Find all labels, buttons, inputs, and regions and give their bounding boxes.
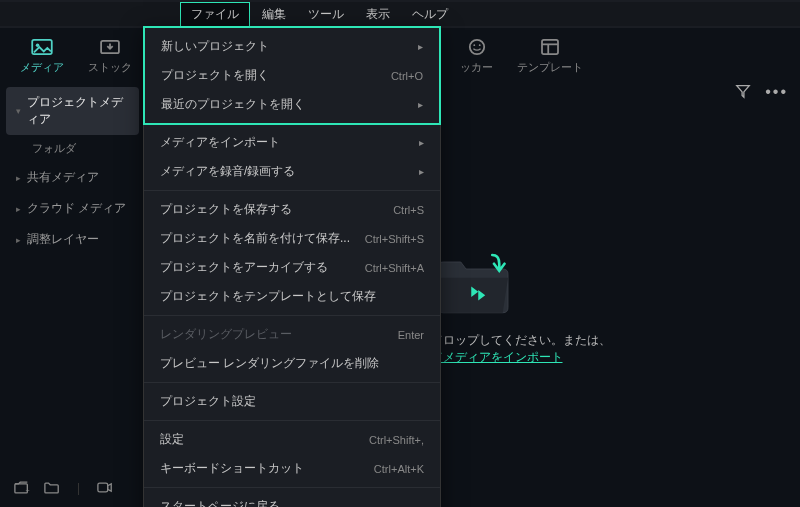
menu-item-shortcut: Ctrl+Alt+K [374, 463, 424, 475]
menu-item[interactable]: プロジェクトを保存するCtrl+S [144, 195, 440, 224]
menu-item-label: 新しいプロジェクト [161, 38, 269, 55]
menu-item-shortcut: Enter [398, 329, 424, 341]
sidebar-item-label: フォルダ [32, 142, 76, 154]
menu-item[interactable]: メディアを録音/録画する▸ [144, 157, 440, 186]
menu-item[interactable]: プレビュー レンダリングファイルを削除 [144, 349, 440, 378]
bottom-bar: + [14, 481, 113, 497]
tab-template[interactable]: テンプレート [517, 38, 583, 75]
panel-tools: ••• [735, 83, 788, 103]
tab-media[interactable]: メディア [20, 38, 64, 75]
filter-icon[interactable] [735, 83, 751, 103]
chevron-right-icon: ▸ [419, 137, 424, 148]
new-bin-icon[interactable]: + [14, 481, 30, 497]
folder-icon[interactable] [44, 481, 60, 497]
download-icon [99, 38, 121, 56]
sidebar: ▾ プロジェクトメディア フォルダ ▸ 共有メディア ▸ クラウド メディア ▸… [0, 83, 145, 500]
file-menu-dropdown: 新しいプロジェクト▸プロジェクトを開くCtrl+O最近のプロジェクトを開く▸メデ… [143, 26, 441, 507]
menu-item[interactable]: 設定Ctrl+Shift+, [144, 425, 440, 454]
menubar: ファイル 編集 ツール 表示 ヘルプ [0, 2, 800, 26]
menu-item-label: プロジェクトを保存する [160, 201, 292, 218]
menu-item[interactable]: 最近のプロジェクトを開く▸ [145, 90, 439, 119]
template-icon [539, 38, 561, 56]
chevron-down-icon: ▾ [16, 106, 21, 116]
svg-point-5 [478, 44, 480, 46]
sidebar-item-label: プロジェクトメディア [27, 94, 129, 128]
sidebar-item-label: クラウド メディア [27, 200, 126, 217]
sticker-icon [466, 38, 488, 56]
menu-item[interactable]: 新しいプロジェクト▸ [145, 32, 439, 61]
image-icon [31, 38, 53, 56]
chevron-right-icon: ▸ [16, 204, 21, 214]
menu-item[interactable]: プロジェクトを名前を付けて保存...Ctrl+Shift+S [144, 224, 440, 253]
menu-item[interactable]: メディアをインポート▸ [144, 128, 440, 157]
sidebar-item-folder[interactable]: フォルダ [6, 135, 139, 162]
svg-rect-6 [542, 40, 558, 54]
menu-file[interactable]: ファイル [180, 2, 250, 27]
sidebar-item-label: 共有メディア [27, 169, 99, 186]
menu-item-label: キーボードショートカット [160, 460, 304, 477]
tab-label: テンプレート [517, 60, 583, 75]
menu-item-label: プレビュー レンダリングファイルを削除 [160, 355, 379, 372]
menu-item-shortcut: Ctrl+S [393, 204, 424, 216]
menu-item-label: プロジェクトを名前を付けて保存... [160, 230, 350, 247]
menu-item-label: 設定 [160, 431, 184, 448]
tab-stock[interactable]: ストック [88, 38, 132, 75]
menu-item[interactable]: キーボードショートカットCtrl+Alt+K [144, 454, 440, 483]
svg-rect-11 [98, 483, 108, 492]
chevron-right-icon: ▸ [16, 235, 21, 245]
more-icon[interactable]: ••• [765, 83, 788, 103]
menu-item[interactable]: プロジェクトを開くCtrl+O [145, 61, 439, 90]
menu-item-label: プロジェクトをアーカイブする [160, 259, 328, 276]
menu-item-label: メディアをインポート [160, 134, 280, 151]
sidebar-item-project-media[interactable]: ▾ プロジェクトメディア [6, 87, 139, 135]
svg-point-3 [469, 40, 483, 54]
menu-item[interactable]: プロジェクトをアーカイブするCtrl+Shift+A [144, 253, 440, 282]
menu-item[interactable]: プロジェクト設定 [144, 387, 440, 416]
sidebar-item-label: 調整レイヤー [27, 231, 99, 248]
chevron-right-icon: ▸ [16, 173, 21, 183]
menu-item[interactable]: スタートページに戻る [144, 492, 440, 507]
menu-item-label: レンダリングプレビュー [160, 326, 292, 343]
menu-item-shortcut: Ctrl+O [391, 70, 423, 82]
menu-item-label: スタートページに戻る [160, 498, 280, 507]
tab-label: メディア [20, 60, 64, 75]
chevron-right-icon: ▸ [418, 99, 423, 110]
menu-item-label: 最近のプロジェクトを開く [161, 96, 305, 113]
record-icon[interactable] [97, 481, 113, 497]
menu-item-shortcut: Ctrl+Shift+, [369, 434, 424, 446]
chevron-right-icon: ▸ [419, 166, 424, 177]
menu-item-label: プロジェクト設定 [160, 393, 256, 410]
sidebar-item-shared-media[interactable]: ▸ 共有メディア [6, 162, 139, 193]
svg-point-4 [473, 44, 475, 46]
menu-view[interactable]: 表示 [356, 3, 400, 26]
menu-help[interactable]: ヘルプ [402, 3, 458, 26]
sidebar-item-cloud-media[interactable]: ▸ クラウド メディア [6, 193, 139, 224]
menu-item[interactable]: プロジェクトをテンプレートとして保存 [144, 282, 440, 311]
tab-label: ストック [88, 60, 132, 75]
tab-label: ッカー [460, 60, 493, 75]
menu-edit[interactable]: 編集 [252, 3, 296, 26]
menu-item-shortcut: Ctrl+Shift+A [365, 262, 424, 274]
svg-text:+: + [26, 487, 30, 494]
menu-tools[interactable]: ツール [298, 3, 354, 26]
tab-sticker[interactable]: ッカー [460, 38, 493, 75]
menu-item: レンダリングプレビューEnter [144, 320, 440, 349]
chevron-right-icon: ▸ [418, 41, 423, 52]
menu-item-shortcut: Ctrl+Shift+S [365, 233, 424, 245]
folder-import-icon [428, 248, 518, 318]
menu-item-label: プロジェクトを開く [161, 67, 269, 84]
menu-item-label: プロジェクトをテンプレートとして保存 [160, 288, 376, 305]
menu-item-label: メディアを録音/録画する [160, 163, 295, 180]
sidebar-item-adjustment-layer[interactable]: ▸ 調整レイヤー [6, 224, 139, 255]
